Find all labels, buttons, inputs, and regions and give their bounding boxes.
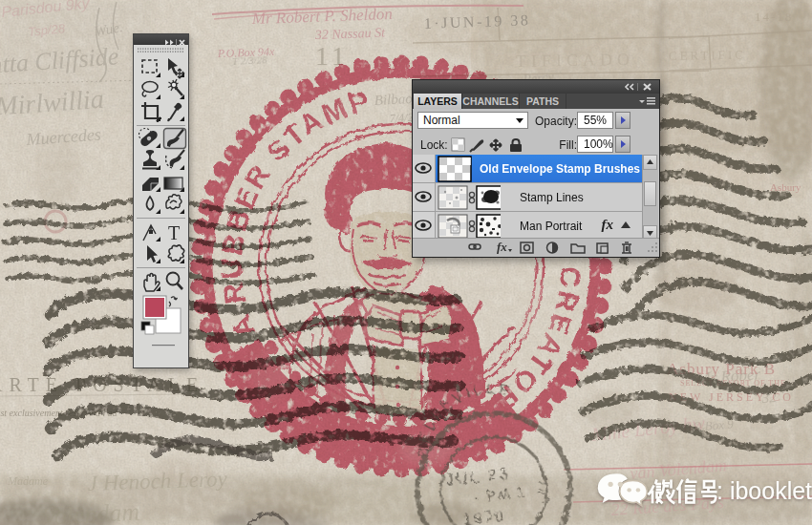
svg-text:T 2/3/28: T 2/3/28 [231, 53, 267, 67]
svg-text:ILL: ILL [536, 477, 550, 494]
svg-text:32 Nassau St: 32 Nassau St [314, 25, 387, 42]
svg-text:CERTIFIC: CERTIFIC [669, 48, 746, 63]
svg-text:TIFICADO: TIFICADO [516, 50, 634, 71]
svg-text:J Henoch Leroy: J Henoch Leroy [87, 467, 228, 495]
svg-text:Asbury: Asbury [770, 181, 801, 193]
svg-text:fx: fx [497, 240, 507, 254]
svg-text:: ibooklet: : ibooklet [716, 477, 812, 504]
svg-text:14-18: 14-18 [755, 10, 793, 24]
svg-text:Volendam: Volendam [41, 498, 140, 525]
svg-text:T: T [168, 222, 180, 243]
svg-text:Madame: Madame [7, 474, 49, 488]
